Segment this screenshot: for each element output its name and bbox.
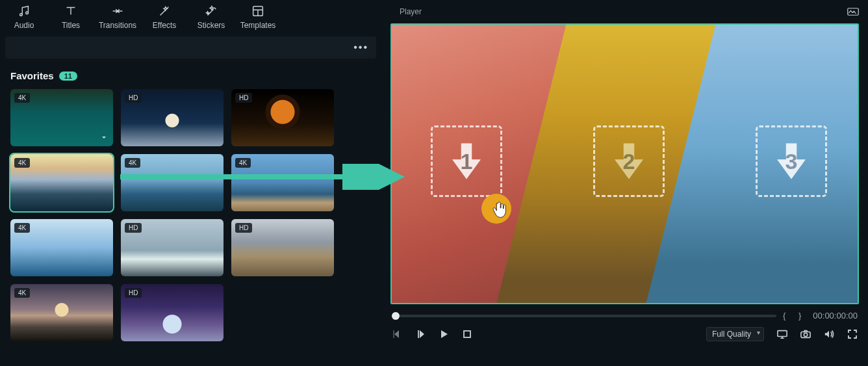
snapshot-button[interactable] (800, 329, 811, 339)
asset-category-tabs: Audio Titles Transitions Effects Sticker… (0, 0, 381, 33)
drop-zone-number: 3 (785, 149, 798, 174)
player-header: Player (388, 0, 862, 18)
tab-templates[interactable]: Templates (239, 4, 277, 30)
media-thumbnail[interactable]: HD (121, 219, 223, 276)
media-thumbnail[interactable]: HD (121, 284, 223, 341)
tab-label: Audio (14, 21, 34, 30)
section-title-row: Favorites 11 (0, 59, 381, 86)
resolution-badge: HD (125, 288, 142, 298)
svg-point-0 (20, 14, 23, 16)
play-button[interactable] (439, 329, 449, 339)
hand-cursor-icon (491, 200, 509, 224)
media-thumbnail[interactable]: 4K (231, 154, 334, 211)
media-thumbnail[interactable]: HD (231, 89, 334, 146)
media-grid: 4KHDHD4K4K4K4KHDHD4KHD (0, 86, 381, 346)
favorites-count-badge: 11 (59, 72, 77, 81)
prev-frame-button[interactable] (392, 329, 402, 339)
tab-label: Stickers (198, 21, 225, 30)
preview-quality-select[interactable]: Full Quality (706, 327, 764, 341)
svg-rect-4 (464, 331, 470, 337)
timeline-playhead[interactable] (392, 312, 400, 320)
marker-braces[interactable]: { } (783, 311, 806, 320)
media-thumbnail[interactable]: 4K (10, 284, 113, 341)
media-thumbnail[interactable]: 4K (10, 154, 113, 211)
resolution-badge: HD (125, 93, 142, 103)
scopes-icon[interactable] (847, 7, 859, 16)
svg-point-7 (804, 333, 807, 336)
media-thumbnail[interactable]: HD (121, 89, 223, 146)
media-thumbnail[interactable]: 4K (10, 219, 113, 276)
timeline-scrubber[interactable] (392, 315, 776, 317)
music-note-icon (17, 4, 31, 18)
stickers-icon (204, 4, 218, 18)
transitions-icon (110, 4, 125, 18)
timecode-display: 00:00:00:00 (813, 311, 858, 320)
drop-zone-2[interactable]: 2 (593, 125, 665, 197)
resolution-badge: 4K (14, 223, 30, 233)
svg-rect-5 (778, 331, 787, 337)
step-back-button[interactable] (415, 329, 426, 339)
player-controls: Full Quality (388, 324, 862, 341)
volume-button[interactable] (824, 329, 834, 339)
tab-label: Effects (153, 21, 176, 30)
resolution-badge: 4K (14, 288, 30, 298)
tab-label: Transitions (99, 21, 136, 30)
tab-label: Templates (240, 21, 276, 30)
drop-zone-number: 1 (461, 149, 473, 174)
templates-icon (251, 4, 265, 18)
stop-button[interactable] (462, 329, 472, 339)
resolution-badge: 4K (14, 158, 30, 168)
drop-zone-1[interactable]: 1 (431, 125, 502, 197)
section-title: Favorites (10, 70, 54, 81)
library-subheader: ••• (5, 36, 376, 59)
tab-audio[interactable]: Audio (5, 4, 43, 30)
player-title: Player (400, 7, 422, 16)
media-thumbnail[interactable]: 4K (10, 89, 113, 146)
tab-effects[interactable]: Effects (146, 4, 183, 30)
resolution-badge: HD (235, 223, 252, 233)
resolution-badge: HD (235, 93, 252, 103)
tab-label: Titles (62, 21, 80, 30)
drop-zone-3[interactable]: 3 (756, 125, 827, 197)
svg-point-1 (26, 12, 29, 14)
drop-zone-number: 2 (623, 149, 635, 174)
display-settings-button[interactable] (777, 329, 787, 339)
timeline-row: { } 00:00:00:00 (388, 308, 862, 324)
download-icon[interactable] (99, 132, 109, 142)
resolution-badge: 4K (14, 93, 30, 103)
quality-select-wrap: Full Quality (706, 327, 764, 341)
resolution-badge: HD (125, 223, 142, 233)
media-thumbnail[interactable]: HD (231, 219, 334, 276)
tab-transitions[interactable]: Transitions (99, 4, 136, 30)
player-preview[interactable]: 1 2 3 (390, 23, 859, 304)
tab-stickers[interactable]: Stickers (192, 4, 230, 30)
more-options-icon[interactable]: ••• (353, 42, 368, 53)
effects-icon (157, 4, 172, 18)
text-icon (64, 4, 78, 18)
tab-titles[interactable]: Titles (52, 4, 90, 30)
resolution-badge: 4K (235, 158, 251, 168)
media-thumbnail[interactable]: 4K (121, 154, 223, 211)
fullscreen-button[interactable] (847, 329, 858, 339)
resolution-badge: 4K (125, 158, 140, 168)
